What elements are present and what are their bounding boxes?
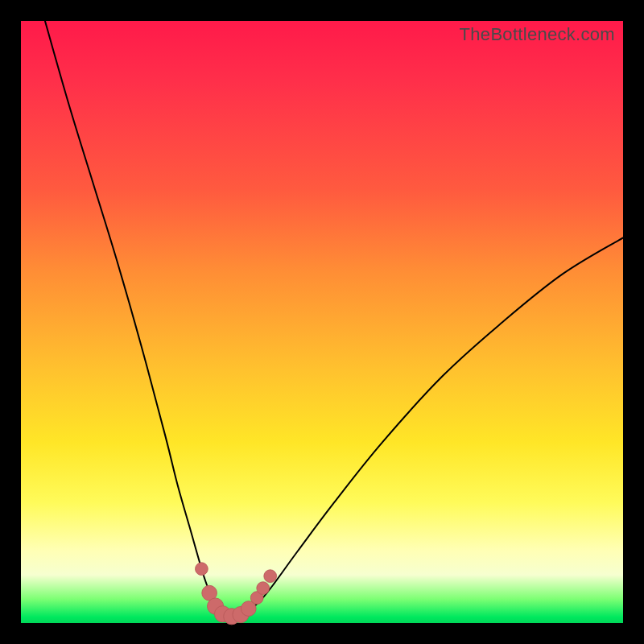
bottleneck-curve [45,21,623,617]
curve-markers [196,563,277,625]
curve-marker [264,570,277,583]
plot-area: TheBottleneck.com [21,21,623,623]
bottleneck-chart [21,21,623,623]
curve-marker [257,582,270,595]
chart-frame: TheBottleneck.com [0,0,644,644]
curve-marker [196,563,208,576]
